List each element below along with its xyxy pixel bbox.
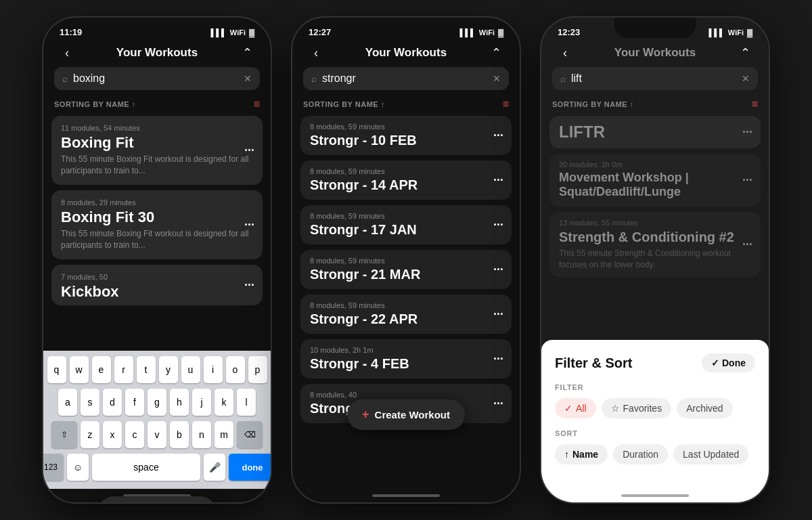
more-icon-3-1[interactable]: ···: [742, 173, 752, 187]
workout-card-3-2[interactable]: 13 modules, 55 minutes Strength & Condit…: [549, 212, 761, 278]
chevron-up-2[interactable]: ⌃: [486, 45, 506, 60]
key-mic[interactable]: 🎤: [204, 454, 225, 481]
more-icon-1-1[interactable]: ···: [244, 217, 254, 232]
workout-card-1-0[interactable]: 11 modules, 54 minutes Boxing Fit This 5…: [51, 116, 263, 185]
clear-icon-1[interactable]: ✕: [244, 73, 252, 84]
more-icon-2-1[interactable]: ···: [493, 173, 503, 188]
key-123[interactable]: 123: [42, 454, 64, 481]
key-s[interactable]: s: [81, 389, 99, 416]
search-input-2[interactable]: strongr: [322, 72, 487, 85]
workout-name-3-2: Strength & Conditioning #2: [559, 229, 751, 245]
chevron-up-3[interactable]: ⌃: [735, 45, 755, 60]
workout-card-2-1[interactable]: 8 modules, 59 minutes Strongr - 14 APR ·…: [300, 160, 512, 200]
workout-card-2-5[interactable]: 10 modules, 2h 1m Strongr - 4 FEB ···: [300, 339, 512, 378]
sort-chip-last-updated[interactable]: Last Updated: [673, 444, 748, 464]
create-workout-btn-2[interactable]: + Create Workout: [347, 399, 465, 430]
more-icon-1-2[interactable]: ···: [244, 278, 254, 292]
workout-card-2-4[interactable]: 8 modules, 59 minutes Strongr - 22 APR ·…: [300, 295, 512, 334]
key-f[interactable]: f: [125, 389, 144, 416]
key-p[interactable]: p: [248, 356, 267, 383]
key-t[interactable]: t: [137, 356, 156, 383]
search-bar-1[interactable]: ⌕ boxing ✕: [54, 67, 260, 90]
signal-icon-3: ▌▌▌: [708, 28, 724, 37]
back-button-1[interactable]: ‹: [57, 46, 77, 60]
search-bar-3[interactable]: ⌕ lift ✕: [552, 67, 758, 90]
sort-chip-name[interactable]: ↑ Name: [555, 444, 608, 464]
clear-icon-3[interactable]: ✕: [742, 73, 750, 84]
key-y[interactable]: y: [159, 356, 178, 383]
more-icon-2-4[interactable]: ···: [493, 307, 503, 322]
workout-meta-2-6: 8 modules, 40: [310, 391, 502, 399]
key-o[interactable]: o: [226, 356, 245, 383]
sort-chip-last-updated-label: Last Updated: [683, 449, 739, 460]
check-icon-done: ✓: [711, 358, 719, 368]
key-x[interactable]: x: [103, 421, 122, 448]
more-icon-3-2[interactable]: ···: [742, 238, 752, 252]
filter-chip-archived[interactable]: Archived: [677, 398, 732, 418]
filter-icon-3[interactable]: ≡: [752, 98, 758, 110]
search-input-3[interactable]: lift: [571, 72, 736, 85]
workout-meta-2-2: 8 modules, 59 minutes: [310, 212, 502, 220]
workout-card-2-3[interactable]: 8 modules, 59 minutes Strongr - 21 MAR ·…: [300, 250, 512, 289]
key-n[interactable]: n: [192, 421, 211, 448]
clear-icon-2[interactable]: ✕: [493, 73, 501, 84]
key-z[interactable]: z: [81, 421, 99, 448]
more-icon-2-3[interactable]: ···: [493, 263, 503, 277]
key-done[interactable]: done: [229, 454, 272, 481]
workout-card-2-0[interactable]: 8 modules, 59 minutes Strongr - 10 FEB ·…: [300, 116, 512, 155]
back-button-2[interactable]: ‹: [306, 46, 326, 60]
workout-card-2-2[interactable]: 8 modules, 59 minutes Strongr - 17 JAN ·…: [300, 205, 512, 244]
key-a[interactable]: a: [58, 389, 77, 416]
key-j[interactable]: j: [192, 389, 211, 416]
keyboard-row-1: q w e r t y u i o p: [46, 356, 268, 383]
more-icon-2-0[interactable]: ···: [493, 129, 503, 143]
key-i[interactable]: i: [204, 356, 223, 383]
home-indicator-3: [541, 489, 769, 502]
workout-card-3-0[interactable]: LIFTR ···: [549, 116, 761, 148]
filter-chip-favorites[interactable]: ☆ Favorites: [602, 398, 672, 418]
search-icon-1: ⌕: [62, 73, 68, 84]
sort-chip-duration[interactable]: Duration: [613, 444, 668, 464]
key-delete[interactable]: ⌫: [237, 421, 263, 448]
search-bar-2[interactable]: ⌕ strongr ✕: [303, 67, 509, 90]
key-shift[interactable]: ⇧: [51, 421, 77, 448]
back-button-3[interactable]: ‹: [555, 46, 575, 60]
status-bar-3: 12:23 ▌▌▌ WiFi ▓: [541, 18, 769, 40]
key-space[interactable]: space: [92, 454, 200, 481]
more-icon-3-0[interactable]: ···: [742, 125, 752, 139]
key-k[interactable]: k: [215, 389, 233, 416]
check-icon-all: ✓: [564, 403, 572, 414]
key-g[interactable]: g: [148, 389, 166, 416]
more-icon-2-6[interactable]: ···: [493, 397, 503, 411]
key-c[interactable]: c: [125, 421, 144, 448]
workout-card-3-1[interactable]: 20 modules, 2h 0m Movement Workshop | Sq…: [549, 154, 761, 207]
home-bar-2: [372, 494, 440, 497]
key-w[interactable]: w: [70, 356, 89, 383]
filter-icon-1[interactable]: ≡: [254, 98, 260, 110]
filter-icon-2[interactable]: ≡: [503, 98, 509, 110]
search-input-1[interactable]: boxing: [73, 72, 238, 85]
create-workout-btn-1[interactable]: + Create Workout: [98, 496, 216, 504]
key-e[interactable]: e: [92, 356, 111, 383]
key-d[interactable]: d: [103, 389, 122, 416]
more-icon-1-0[interactable]: ···: [244, 143, 254, 157]
key-emoji[interactable]: ☺: [67, 454, 89, 481]
workout-card-1-1[interactable]: 8 modules, 29 minutes Boxing Fit 30 This…: [51, 190, 263, 259]
workout-card-1-2[interactable]: 7 modules, 50 Kickbox ···: [51, 265, 263, 305]
key-b[interactable]: b: [170, 421, 189, 448]
status-icons-3: ▌▌▌ WiFi ▓: [708, 28, 752, 37]
filter-chip-all[interactable]: ✓ All: [555, 398, 596, 418]
done-button[interactable]: ✓ Done: [702, 353, 755, 372]
key-h[interactable]: h: [170, 389, 189, 416]
key-l[interactable]: l: [237, 389, 256, 416]
signal-icon: ▌▌▌: [210, 28, 226, 37]
more-icon-2-5[interactable]: ···: [493, 352, 503, 366]
key-r[interactable]: r: [114, 356, 133, 383]
key-m[interactable]: m: [215, 421, 233, 448]
key-q[interactable]: q: [47, 356, 66, 383]
key-u[interactable]: u: [181, 356, 200, 383]
key-v[interactable]: v: [148, 421, 166, 448]
wifi-icon-2: WiFi: [479, 28, 495, 37]
chevron-up-1[interactable]: ⌃: [237, 45, 257, 60]
more-icon-2-2[interactable]: ···: [493, 218, 503, 232]
